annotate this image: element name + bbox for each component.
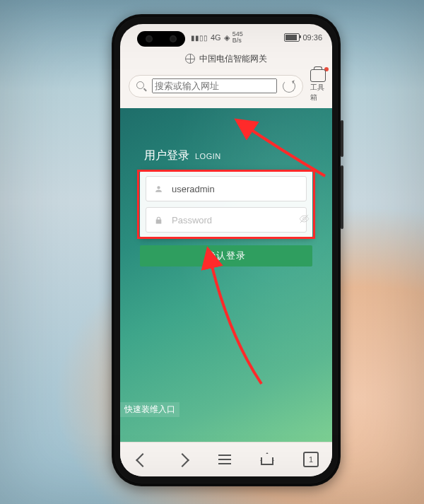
lock-icon (153, 216, 163, 225)
user-icon (153, 184, 163, 194)
login-heading: 用户登录 LOGIN (144, 148, 312, 163)
toolbox-button[interactable]: 工具箱 (310, 69, 326, 102)
front-camera (146, 35, 153, 42)
phone-screen: ▮▮▯▯ 4G ◈ 545B/s 09:36 中国电信智能网关 (120, 24, 332, 476)
url-input[interactable] (152, 78, 277, 93)
toolbox-icon (310, 69, 326, 82)
nav-forward-button[interactable] (176, 452, 192, 467)
battery-indicator (284, 33, 300, 42)
nav-menu-button[interactable] (218, 452, 234, 467)
password-input[interactable] (170, 214, 292, 226)
toolbox-label: 工具箱 (310, 83, 326, 102)
browser-chrome: 中国电信智能网关 工具箱 (120, 51, 332, 108)
home-icon (261, 454, 273, 465)
nav-tabs-button[interactable]: 1 (303, 452, 319, 467)
front-camera (170, 35, 177, 42)
eye-off-icon[interactable] (299, 213, 310, 227)
username-field[interactable] (146, 176, 307, 201)
nav-home-button[interactable] (261, 452, 276, 467)
nav-back-button[interactable] (134, 452, 149, 467)
login-heading-en: LOGIN (195, 152, 221, 160)
password-field[interactable] (146, 207, 307, 233)
phone-side-button (341, 165, 343, 229)
address-bar[interactable] (129, 75, 303, 98)
clock: 09:36 (302, 33, 322, 42)
refresh-icon[interactable] (283, 80, 295, 93)
search-icon (136, 81, 146, 91)
camera-cutout (137, 31, 185, 47)
login-panel (140, 170, 312, 238)
page-title-row: 中国电信智能网关 (129, 51, 324, 66)
wifi-icon: ◈ (224, 33, 230, 42)
login-heading-zh: 用户登录 (144, 148, 189, 163)
network-type: 4G (211, 33, 221, 42)
chevron-left-icon (136, 453, 150, 467)
browser-bottom-nav: 1 (120, 442, 332, 476)
annotation-arrow (184, 246, 269, 390)
phone-body: ▮▮▯▯ 4G ◈ 545B/s 09:36 中国电信智能网关 (112, 14, 341, 486)
username-input[interactable] (170, 183, 299, 195)
page-content: 用户登录 LOGIN (120, 95, 332, 443)
battery-icon (284, 33, 300, 42)
signal-icon: ▮▮▯▯ (191, 34, 208, 42)
phone-side-button (341, 120, 343, 157)
tabs-icon: 1 (303, 452, 319, 467)
menu-icon (218, 452, 234, 467)
chevron-right-icon (175, 453, 189, 467)
login-box: 用户登录 LOGIN (140, 148, 312, 266)
login-button[interactable]: 确认登录 (140, 245, 312, 266)
page-title: 中国电信智能网关 (199, 53, 267, 65)
login-button-label: 确认登录 (206, 250, 246, 262)
net-speed: 545B/s (232, 31, 243, 44)
quick-maintenance-link[interactable]: 快速装维入口 (120, 402, 179, 417)
globe-icon (185, 54, 195, 64)
